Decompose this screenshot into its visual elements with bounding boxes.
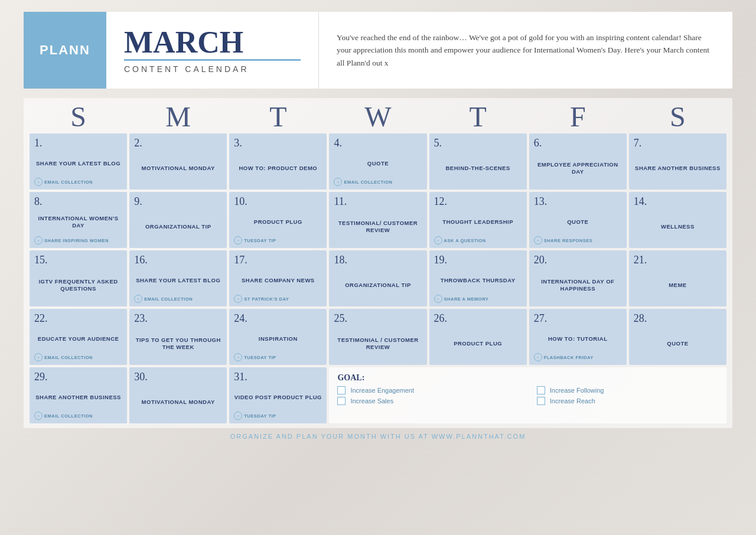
title-box: MARCH CONTENT CALENDAR: [106, 12, 319, 89]
tag-text: TUESDAY TIP: [244, 355, 276, 360]
cell-content: PRODUCT PLUG: [234, 209, 322, 235]
cell-content: EDUCATE YOUR AUDIENCE: [34, 326, 122, 352]
calendar-cell-30: 30.MOTIVATIONAL MONDAY: [129, 367, 227, 423]
day-header-tue: T: [229, 103, 327, 131]
tag-icon: +: [234, 236, 242, 244]
calendar-cell-23: 23.TIPS TO GET YOU THROUGH THE WEEK: [129, 309, 227, 365]
cell-number: 14.: [634, 195, 722, 208]
footer: ORGANIZE AND PLAN YOUR MONTH WITH US AT …: [24, 428, 732, 442]
cell-number: 9.: [134, 195, 222, 208]
goal-section: 29.SHARE ANOTHER BUSINESS+EMAIL COLLECTI…: [30, 367, 726, 423]
cell-tag: +EMAIL COLLECTION: [34, 412, 122, 420]
tag-icon: +: [534, 353, 542, 361]
cell-number: 15.: [34, 254, 122, 266]
tag-text: TUESDAY TIP: [244, 238, 276, 243]
cell-tag: +SHARE RESPONSES: [534, 236, 622, 244]
cell-number: 28.: [634, 312, 722, 325]
cell-content: PRODUCT PLUG: [434, 326, 522, 361]
tag-icon: +: [434, 236, 442, 244]
goal-label-2: Increase Sales: [350, 397, 393, 404]
tag-icon: +: [234, 412, 242, 420]
description-text: You've reached the end of the rainbow… W…: [337, 31, 715, 70]
cell-tag: +EMAIL COLLECTION: [134, 295, 222, 303]
calendar-cell-29: 29.SHARE ANOTHER BUSINESS+EMAIL COLLECTI…: [30, 367, 127, 423]
calendar-cell-8: 8.INTERNATIONAL WOMEN'S DAY+SHARE INSPIR…: [30, 192, 127, 248]
cell-content: QUOTE: [634, 326, 722, 361]
cell-content: HOW TO: TUTORIAL: [534, 326, 622, 352]
cell-content: MOTIVATIONAL MONDAY: [134, 384, 222, 420]
cell-content: VIDEO POST PRODUCT PLUG: [234, 384, 322, 410]
cell-content: INTERNATIONAL DAY OF HAPPINESS: [534, 268, 622, 303]
goal-option-3: Increase Reach: [537, 397, 718, 405]
cell-number: 4.: [334, 137, 422, 149]
cell-content: THROWBACK THURSDAY: [434, 268, 522, 293]
cell-number: 18.: [334, 254, 422, 266]
tag-text: SHARE RESPONSES: [544, 238, 593, 243]
cell-number: 23.: [134, 312, 222, 325]
tag-icon: +: [534, 236, 542, 244]
cell-tag: +TUESDAY TIP: [234, 236, 322, 244]
goal-checkbox-0[interactable]: [337, 386, 346, 394]
day-header-sat: S: [629, 103, 726, 131]
cell-number: 2.: [134, 137, 222, 149]
goal-checkbox-2[interactable]: [337, 397, 346, 405]
calendar-cell-3: 3.HOW TO: PRODUCT DEMO: [229, 133, 327, 190]
cell-number: 20.: [534, 254, 622, 266]
cell-number: 10.: [234, 195, 322, 208]
cell-content: SHARE COMPANY NEWS: [234, 268, 322, 293]
calendar-cell-14: 14.WELLNESS: [629, 192, 726, 248]
calendar-cell-19: 19.THROWBACK THURSDAY+SHARE A MEMORY: [429, 250, 527, 306]
calendar: S M T W T F S 1.SHARE YOUR LATEST BLOG+E…: [24, 98, 732, 428]
cell-number: 17.: [234, 254, 322, 266]
tag-icon: +: [34, 353, 43, 361]
calendar-cell-16: 16.SHARE YOUR LATEST BLOG+EMAIL COLLECTI…: [129, 250, 227, 306]
cell-number: 19.: [434, 254, 522, 266]
cell-tag: +ST PATRICK'S DAY: [234, 295, 322, 303]
cell-content: ORGANIZATIONAL TIP: [134, 209, 222, 244]
calendar-grid: 1.SHARE YOUR LATEST BLOG+EMAIL COLLECTIO…: [30, 133, 726, 365]
tag-text: EMAIL COLLECTION: [44, 413, 93, 419]
cell-content: BEHIND-THE-SCENES: [434, 151, 522, 186]
day-header-thu: T: [429, 103, 527, 131]
cell-tag: +EMAIL COLLECTION: [334, 178, 422, 186]
calendar-cell-21: 21.MEME: [629, 250, 726, 306]
cell-content: ORGANIZATIONAL TIP: [334, 268, 422, 303]
tag-text: SHARE INSPIRING WOMEN: [44, 238, 109, 243]
goal-title: GOAL:: [337, 373, 718, 383]
tag-text: ASK A QUESTION: [444, 238, 486, 243]
cell-content: IGTV FREQUENTLY ASKED QUESTIONS: [34, 268, 122, 303]
goal-checkbox-3[interactable]: [537, 397, 545, 405]
logo: PLANN: [24, 12, 106, 89]
goal-label-1: Increase Following: [550, 387, 604, 394]
header: PLANN MARCH CONTENT CALENDAR You've reac…: [24, 12, 732, 89]
cell-number: 7.: [634, 137, 722, 149]
cell-number: 12.: [434, 195, 522, 208]
goal-checkbox-1[interactable]: [537, 386, 545, 394]
day-header-sun: S: [30, 103, 127, 131]
cell-number: 8.: [34, 195, 122, 208]
cell-tag: +SHARE INSPIRING WOMEN: [34, 236, 122, 244]
goal-option-0: Increase Engagement: [337, 386, 519, 394]
cell-tag: +SHARE A MEMORY: [434, 295, 522, 303]
cell-number: 16.: [134, 254, 222, 266]
cell-content: INTERNATIONAL WOMEN'S DAY: [34, 209, 122, 235]
cell-number: 27.: [534, 312, 622, 325]
cell-content: SHARE YOUR LATEST BLOG: [134, 268, 222, 293]
cell-number: 3.: [234, 137, 322, 149]
cell-number: 6.: [534, 137, 622, 149]
calendar-cell-9: 9.ORGANIZATIONAL TIP: [129, 192, 227, 248]
calendar-cell-10: 10.PRODUCT PLUG+TUESDAY TIP: [229, 192, 327, 248]
cell-content: HOW TO: PRODUCT DEMO: [234, 151, 322, 186]
month-title: MARCH: [124, 27, 301, 61]
calendar-cell-31: 31.VIDEO POST PRODUCT PLUG+TUESDAY TIP: [229, 367, 327, 423]
tag-icon: +: [234, 353, 242, 361]
day-header-fri: F: [529, 103, 627, 131]
calendar-cell-28: 28.QUOTE: [629, 309, 726, 365]
tag-text: FLASHBACK FRIDAY: [544, 355, 594, 360]
tag-text: EMAIL COLLECTION: [44, 180, 93, 185]
day-header-mon: M: [129, 103, 227, 131]
calendar-cell-12: 12.THOUGHT LEADERSHIP+ASK A QUESTION: [429, 192, 527, 248]
tag-icon: +: [34, 178, 43, 186]
cell-content: QUOTE: [334, 151, 422, 177]
goal-label-0: Increase Engagement: [350, 387, 414, 394]
